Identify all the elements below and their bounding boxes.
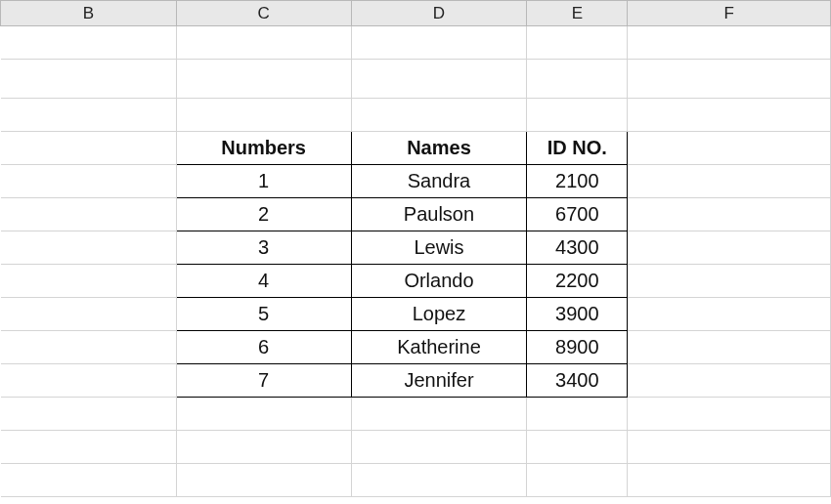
cell-name[interactable]: Sandra: [351, 165, 527, 198]
cell-name[interactable]: Orlando: [351, 265, 527, 298]
table-row: 6 Katherine 8900: [1, 331, 831, 364]
cell-e2[interactable]: [527, 26, 628, 60]
cell-f8[interactable]: [628, 231, 831, 265]
cell-id[interactable]: 3900: [527, 298, 628, 331]
table-row: 1 Sandra 2100: [1, 165, 831, 198]
cell-b4[interactable]: [1, 99, 177, 132]
col-header-d[interactable]: D: [351, 1, 527, 26]
cell-e3[interactable]: [527, 60, 628, 99]
column-header-row: B C D E F: [1, 1, 831, 26]
table-header-id-no[interactable]: ID NO.: [527, 132, 628, 165]
cell-name[interactable]: Katherine: [351, 331, 527, 364]
cell-f13[interactable]: [628, 398, 831, 431]
cell-name[interactable]: Lewis: [351, 231, 527, 265]
cell-f12[interactable]: [628, 364, 831, 398]
cell-b5[interactable]: [1, 132, 177, 165]
cell-number[interactable]: 6: [176, 331, 351, 364]
table-row: 2 Paulson 6700: [1, 198, 831, 231]
cell-f5[interactable]: [628, 132, 831, 165]
cell-id[interactable]: 4300: [527, 231, 628, 265]
cell-b6[interactable]: [1, 165, 177, 198]
cell-id[interactable]: 8900: [527, 331, 628, 364]
cell-d14[interactable]: [351, 431, 527, 464]
cell-c3[interactable]: [176, 60, 351, 99]
cell-d4[interactable]: [351, 99, 527, 132]
cell-f10[interactable]: [628, 298, 831, 331]
col-header-c[interactable]: C: [176, 1, 351, 26]
cell-c15[interactable]: [176, 464, 351, 497]
col-header-f[interactable]: F: [628, 1, 831, 26]
col-header-b[interactable]: B: [1, 1, 177, 26]
cell-d2[interactable]: [351, 26, 527, 60]
cell-f2[interactable]: [628, 26, 831, 60]
cell-id[interactable]: 6700: [527, 198, 628, 231]
spreadsheet-grid[interactable]: B C D E F Nu: [0, 0, 831, 497]
table-row: 4 Orlando 2200: [1, 265, 831, 298]
cell-number[interactable]: 7: [176, 364, 351, 398]
cell-f15[interactable]: [628, 464, 831, 497]
table-header-names[interactable]: Names: [351, 132, 527, 165]
cell-f4[interactable]: [628, 99, 831, 132]
cell-d13[interactable]: [351, 398, 527, 431]
cell-b15[interactable]: [1, 464, 177, 497]
cell-b9[interactable]: [1, 265, 177, 298]
cell-e15[interactable]: [527, 464, 628, 497]
cell-number[interactable]: 2: [176, 198, 351, 231]
cell-name[interactable]: Lopez: [351, 298, 527, 331]
cell-b13[interactable]: [1, 398, 177, 431]
cell-id[interactable]: 2100: [527, 165, 628, 198]
cell-e4[interactable]: [527, 99, 628, 132]
cell-f14[interactable]: [628, 431, 831, 464]
cell-f11[interactable]: [628, 331, 831, 364]
cell-b12[interactable]: [1, 364, 177, 398]
cell-number[interactable]: 3: [176, 231, 351, 265]
cell-d3[interactable]: [351, 60, 527, 99]
cell-b2[interactable]: [1, 26, 177, 60]
cell-b3[interactable]: [1, 60, 177, 99]
cell-name[interactable]: Paulson: [351, 198, 527, 231]
cell-b8[interactable]: [1, 231, 177, 265]
cell-f3[interactable]: [628, 60, 831, 99]
table-row: 7 Jennifer 3400: [1, 364, 831, 398]
cell-b11[interactable]: [1, 331, 177, 364]
cell-e14[interactable]: [527, 431, 628, 464]
table-row: 3 Lewis 4300: [1, 231, 831, 265]
cell-number[interactable]: 1: [176, 165, 351, 198]
cell-c2[interactable]: [176, 26, 351, 60]
cell-b10[interactable]: [1, 298, 177, 331]
cell-id[interactable]: 3400: [527, 364, 628, 398]
cell-id[interactable]: 2200: [527, 265, 628, 298]
cell-c14[interactable]: [176, 431, 351, 464]
cell-b7[interactable]: [1, 198, 177, 231]
cell-e13[interactable]: [527, 398, 628, 431]
cell-number[interactable]: 5: [176, 298, 351, 331]
cell-number[interactable]: 4: [176, 265, 351, 298]
cell-f6[interactable]: [628, 165, 831, 198]
cell-b14[interactable]: [1, 431, 177, 464]
cell-c13[interactable]: [176, 398, 351, 431]
cell-f7[interactable]: [628, 198, 831, 231]
cell-name[interactable]: Jennifer: [351, 364, 527, 398]
cell-d15[interactable]: [351, 464, 527, 497]
col-header-e[interactable]: E: [527, 1, 628, 26]
table-header-numbers[interactable]: Numbers: [176, 132, 351, 165]
cell-f9[interactable]: [628, 265, 831, 298]
table-row: 5 Lopez 3900: [1, 298, 831, 331]
cell-c4[interactable]: [176, 99, 351, 132]
